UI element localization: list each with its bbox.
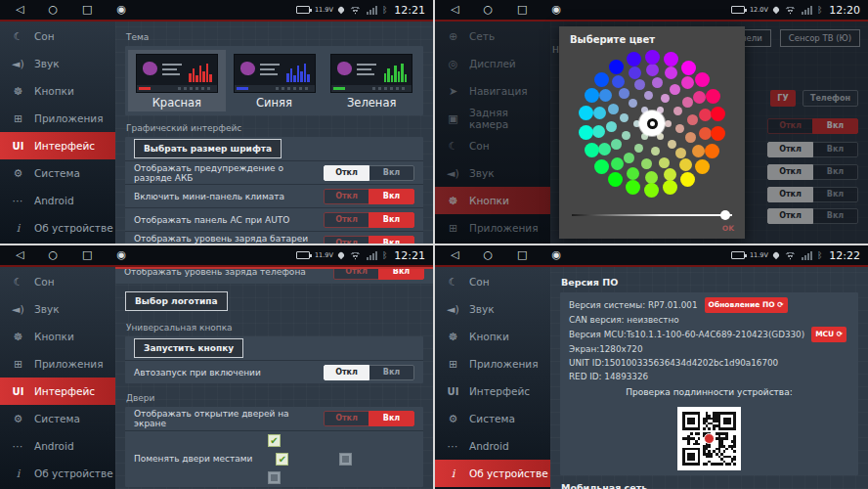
dialog-ok-button[interactable]: OK xyxy=(722,224,734,233)
recents-icon[interactable]: □ xyxy=(82,0,92,20)
color-swatch[interactable] xyxy=(664,168,676,181)
sidebar-item-ui[interactable]: UIИнтерфейс xyxy=(435,378,550,405)
sidebar-item-system[interactable]: ⚙Система xyxy=(435,405,550,432)
color-swatch[interactable] xyxy=(682,97,693,108)
color-swatch[interactable] xyxy=(705,144,719,158)
color-swatch[interactable] xyxy=(657,133,664,140)
sidebar-item-ui[interactable]: UIИнтерфейс xyxy=(0,378,115,405)
color-swatch[interactable] xyxy=(665,120,672,127)
sidebar-item-apps[interactable]: ⊞Приложения xyxy=(0,105,115,132)
color-swatch[interactable] xyxy=(664,52,678,67)
color-swatch[interactable] xyxy=(585,88,599,103)
sidebar-item-moon[interactable]: ☾Сон xyxy=(435,268,550,295)
sidebar-item-info[interactable]: iОб устройстве xyxy=(0,214,115,242)
toggle-on-button[interactable]: Вкл xyxy=(369,212,414,228)
sidebar-item-speaker[interactable]: ◄)Звук xyxy=(0,295,115,323)
door-left-checkbox[interactable]: ✔ xyxy=(276,453,288,466)
color-swatch[interactable] xyxy=(687,114,698,125)
color-swatch[interactable] xyxy=(624,153,634,163)
color-swatch[interactable] xyxy=(633,120,640,127)
color-swatch[interactable] xyxy=(579,125,593,140)
color-swatch[interactable] xyxy=(634,144,643,153)
brightness-slider[interactable] xyxy=(572,210,732,220)
color-swatch[interactable] xyxy=(592,125,605,138)
recents-icon[interactable]: □ xyxy=(517,0,527,20)
floating-widget-icon[interactable]: ◉ xyxy=(116,0,126,20)
color-swatch[interactable] xyxy=(681,61,696,75)
color-swatch[interactable] xyxy=(675,124,684,133)
recents-icon[interactable]: □ xyxy=(517,245,527,265)
color-swatch[interactable] xyxy=(644,183,659,198)
recents-icon[interactable]: □ xyxy=(82,245,92,265)
sidebar-item-apps[interactable]: ⊞Приложения xyxy=(435,350,550,378)
color-swatch[interactable] xyxy=(611,139,622,150)
color-swatch[interactable] xyxy=(609,60,624,74)
color-swatch[interactable] xyxy=(692,145,705,157)
font-size-button[interactable]: Выбрать размер шрифта xyxy=(134,139,282,158)
update-badge[interactable]: Обновление ПО ⟳ xyxy=(705,297,788,313)
color-swatch[interactable] xyxy=(594,72,609,87)
color-swatch[interactable] xyxy=(695,159,710,174)
color-swatch[interactable] xyxy=(619,88,629,99)
sidebar-item-steering-wheel[interactable]: ☸Кнопки xyxy=(0,323,115,350)
color-swatch[interactable] xyxy=(711,107,725,121)
color-swatch[interactable] xyxy=(612,75,625,88)
sidebar-item-info[interactable]: iОб устройстве xyxy=(0,460,115,487)
home-icon[interactable]: ○ xyxy=(483,245,493,265)
toggle-on-button[interactable]: Вкл xyxy=(369,189,414,204)
sidebar-item-moon[interactable]: ☾Сон xyxy=(0,22,115,50)
update-badge[interactable]: MCU ⟳ xyxy=(811,327,846,342)
color-swatch[interactable] xyxy=(626,180,640,195)
toggle-off-button[interactable]: Откл xyxy=(324,365,369,380)
color-swatch[interactable] xyxy=(706,89,720,104)
color-swatch[interactable] xyxy=(685,132,696,143)
color-swatch[interactable] xyxy=(675,148,686,158)
floating-widget-icon[interactable]: ◉ xyxy=(551,245,561,265)
color-swatch[interactable] xyxy=(627,52,641,67)
back-icon[interactable]: ◁ xyxy=(451,0,458,20)
color-swatch[interactable] xyxy=(608,172,623,187)
color-swatch[interactable] xyxy=(646,64,659,76)
sidebar-item-android[interactable]: ⋯Android xyxy=(0,187,115,214)
color-swatch[interactable] xyxy=(670,84,680,95)
sidebar-item-moon[interactable]: ☾Сон xyxy=(0,268,115,295)
color-swatch[interactable] xyxy=(680,172,695,187)
toggle-off-button[interactable]: Откл xyxy=(324,212,369,228)
color-swatch[interactable] xyxy=(598,143,611,156)
color-swatch[interactable] xyxy=(668,140,676,149)
sidebar-item-system[interactable]: ⚙Система xyxy=(0,405,115,432)
color-swatch[interactable] xyxy=(579,106,593,120)
toggle-off-button[interactable]: Откл xyxy=(324,236,369,244)
color-swatch[interactable] xyxy=(585,143,599,157)
sidebar-item-speaker[interactable]: ◄)Звук xyxy=(0,50,115,77)
color-swatch[interactable] xyxy=(695,72,710,87)
color-swatch[interactable] xyxy=(661,94,670,103)
color-swatch[interactable] xyxy=(693,91,706,104)
color-swatch[interactable] xyxy=(641,107,648,113)
color-swatch[interactable] xyxy=(665,67,677,79)
color-swatch[interactable] xyxy=(652,77,663,88)
floating-widget-icon[interactable]: ◉ xyxy=(551,0,561,20)
door-bottom-checkbox[interactable] xyxy=(268,471,281,484)
color-swatch[interactable] xyxy=(679,158,692,171)
theme-option-3[interactable]: Зеленая xyxy=(323,50,420,111)
back-icon[interactable]: ◁ xyxy=(451,245,458,265)
theme-option-2[interactable]: Синяя xyxy=(226,50,324,111)
color-swatch[interactable] xyxy=(711,126,725,141)
sidebar-item-steering-wheel[interactable]: ☸Кнопки xyxy=(0,77,115,105)
color-swatch[interactable] xyxy=(645,50,660,65)
back-icon[interactable]: ◁ xyxy=(16,245,23,265)
sidebar-item-android[interactable]: ⋯Android xyxy=(435,432,550,460)
color-swatch[interactable] xyxy=(699,127,712,140)
sidebar-item-info[interactable]: iОб устройстве xyxy=(435,460,550,487)
color-swatch[interactable] xyxy=(641,158,652,169)
color-swatch[interactable] xyxy=(593,107,606,119)
door-top-checkbox[interactable]: ✔ xyxy=(268,434,281,447)
color-swatch[interactable] xyxy=(622,131,630,140)
back-icon[interactable]: ◁ xyxy=(16,0,23,20)
sidebar-item-system[interactable]: ⚙Система xyxy=(0,159,115,187)
logo-select-button[interactable]: Выбор логотипа xyxy=(125,291,228,311)
color-swatch[interactable] xyxy=(594,159,609,174)
color-swatch[interactable] xyxy=(620,113,629,122)
sidebar-item-ui[interactable]: UIИнтерфейс xyxy=(0,132,115,159)
